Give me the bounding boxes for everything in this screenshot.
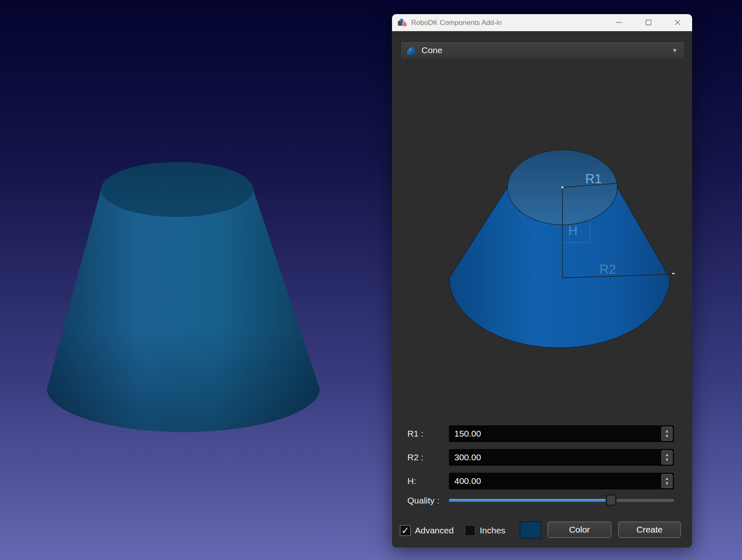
chevron-down-icon: ▼ bbox=[672, 42, 678, 59]
spinner-down-icon[interactable]: ▼ bbox=[665, 434, 669, 439]
r2-label: R2 : bbox=[407, 449, 424, 466]
r1-label: R1 : bbox=[407, 425, 424, 442]
diagram-h-label: H bbox=[568, 224, 577, 238]
spinner-down-icon[interactable]: ▼ bbox=[665, 481, 669, 486]
maximize-icon bbox=[645, 19, 652, 26]
inches-checkbox-label[interactable]: Inches bbox=[480, 525, 505, 536]
minimize-button[interactable] bbox=[613, 16, 625, 29]
close-button[interactable] bbox=[671, 16, 684, 29]
robodk-app-icon bbox=[397, 17, 408, 28]
quality-slider-handle[interactable] bbox=[606, 494, 616, 506]
r2-field: ▲ ▼ bbox=[449, 449, 674, 466]
advanced-checkbox[interactable]: ✓ bbox=[400, 525, 411, 536]
cone-parameter-diagram: R1 H R2 bbox=[441, 137, 678, 357]
spinner-up-icon[interactable]: ▲ bbox=[665, 429, 669, 434]
minimize-icon bbox=[616, 19, 622, 26]
spinner-down-icon[interactable]: ▼ bbox=[665, 457, 669, 462]
color-swatch bbox=[520, 521, 541, 539]
quality-slider-fill bbox=[449, 499, 611, 502]
shape-selector-value: Cone bbox=[422, 42, 442, 59]
spinner-up-icon[interactable]: ▲ bbox=[665, 476, 669, 481]
color-button[interactable]: Color bbox=[547, 521, 611, 538]
dialog-titlebar[interactable]: RoboDK Components Add-in bbox=[392, 14, 692, 31]
cone-3d-model bbox=[25, 141, 349, 457]
h-label: H: bbox=[407, 473, 416, 489]
quality-label: Quality : bbox=[407, 492, 439, 509]
inches-checkbox[interactable] bbox=[465, 525, 476, 536]
h-field: ▲ ▼ bbox=[449, 473, 674, 489]
advanced-checkbox-label[interactable]: Advanced bbox=[415, 525, 454, 536]
spinner-up-icon[interactable]: ▲ bbox=[665, 452, 669, 457]
quality-slider[interactable] bbox=[449, 499, 674, 502]
create-button[interactable]: Create bbox=[618, 521, 681, 538]
dialog-title: RoboDK Components Add-in bbox=[411, 14, 502, 31]
r2-spinner[interactable]: ▲ ▼ bbox=[661, 450, 673, 464]
h-spinner[interactable]: ▲ ▼ bbox=[661, 474, 673, 488]
close-icon bbox=[674, 19, 681, 26]
r1-field: ▲ ▼ bbox=[449, 425, 674, 442]
diagram-r1-label: R1 bbox=[585, 172, 602, 186]
robodk-components-dialog: RoboDK Components Add-in bbox=[392, 14, 692, 548]
desktop: RoboDK Components Add-in bbox=[0, 0, 742, 560]
cone-icon bbox=[406, 46, 417, 56]
diagram-r2-label: R2 bbox=[599, 262, 616, 277]
r2-input[interactable] bbox=[449, 449, 674, 466]
shape-selector-dropdown[interactable]: Cone ▼ bbox=[400, 42, 685, 59]
h-input[interactable] bbox=[449, 473, 674, 489]
r1-spinner[interactable]: ▲ ▼ bbox=[661, 427, 673, 441]
r1-input[interactable] bbox=[449, 425, 674, 442]
maximize-button[interactable] bbox=[642, 16, 655, 29]
